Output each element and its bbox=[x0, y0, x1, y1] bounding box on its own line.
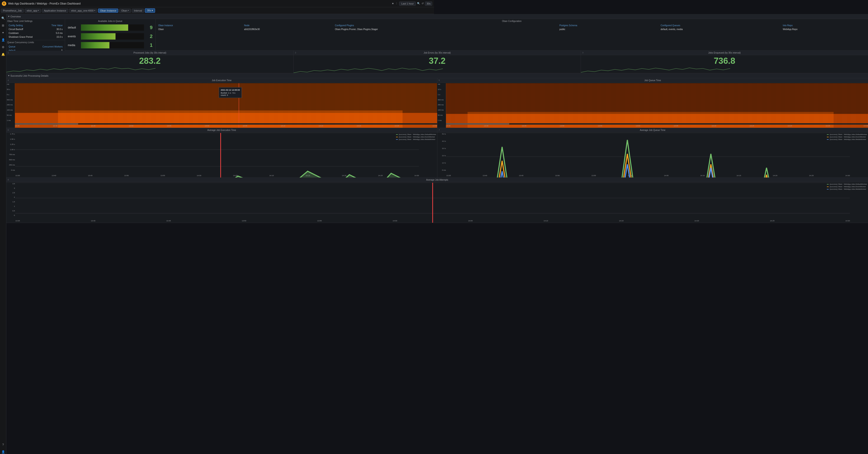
avg-exec-title: Average Job Execution Time bbox=[6, 128, 434, 132]
section-job-processing-label: Successful Job Processing Details bbox=[10, 74, 49, 77]
filter-prometheus-job[interactable]: Prometheus_Job bbox=[1, 8, 24, 13]
sidebar: 🔍 ⊞ ✦ 👤 ⚙ 🔔 ? 👤 bbox=[0, 14, 6, 227]
filter-elixir-app-instance[interactable]: elixir_app_one:4000 ▾ bbox=[69, 8, 97, 13]
job-queue-row-media: media 1 bbox=[66, 41, 154, 49]
sidebar-search-icon[interactable]: 🔍 bbox=[1, 16, 5, 20]
sidebar-user-icon[interactable]: 👤 bbox=[1, 37, 5, 42]
section-overview-label: Overview bbox=[10, 15, 21, 18]
y-label-1: 50 s bbox=[7, 88, 13, 90]
share-icon[interactable]: ⋮ bbox=[395, 2, 398, 5]
section-overview: ▾ Overview bbox=[6, 14, 434, 19]
time-limit-table: Config Setting Time Value Circuit Backof… bbox=[7, 23, 64, 39]
filter-toolbar: Prometheus_Job elixir_app ▾ Application … bbox=[0, 7, 434, 14]
col-config-setting: Config Setting bbox=[8, 24, 44, 27]
y-label-4: 250 ms bbox=[7, 104, 13, 106]
main-content: ▾ Overview Oban Time Limit Settings Conf… bbox=[6, 14, 434, 227]
processed-jobs-title: Processed Jobs (by 30s interval) bbox=[6, 51, 293, 55]
filter-elixir-app[interactable]: elixir_app ▾ bbox=[25, 8, 41, 13]
sidebar-home-icon[interactable]: ⊞ bbox=[1, 23, 5, 28]
oban-config-table: Oban InstanceNodeConfigured PluginsPostg… bbox=[156, 23, 434, 31]
legend-event: {success} Oban : WebApp.Jobs.EventWorker bbox=[396, 136, 434, 138]
col-queue: Queue bbox=[8, 45, 23, 49]
panel-num-2: 2 bbox=[295, 52, 296, 54]
refresh-rate[interactable]: 30s bbox=[425, 2, 432, 6]
x-13-55: 13:55 bbox=[167, 125, 171, 127]
x-14-10: 14:10 bbox=[281, 125, 285, 127]
errors-sparkline bbox=[293, 66, 434, 73]
x-13-45: 13:45 bbox=[91, 125, 95, 127]
avg-attempts-chart bbox=[16, 183, 434, 223]
y-label-0: ∞d bbox=[7, 83, 13, 85]
y-label-3: 500 ms bbox=[7, 99, 13, 101]
col-time-value: Time Value bbox=[45, 24, 64, 27]
x-14-25: 14:25 bbox=[395, 125, 399, 127]
job-queue-row-events: events 2 bbox=[66, 33, 154, 40]
avg-exec-chart bbox=[16, 133, 419, 178]
filter-oban[interactable]: Oban ▾ bbox=[119, 8, 131, 13]
col-concurrent-workers: Concurrent Workers bbox=[24, 45, 64, 49]
job-errors-value: 37.2 bbox=[429, 57, 434, 65]
time-limit-title: Oban Time Limit Settings bbox=[7, 20, 64, 23]
queue-concurrency-title: Queue Concurrency Limits bbox=[7, 41, 64, 44]
x-14-05: 14:05 bbox=[243, 125, 247, 127]
filter-oban-instance[interactable]: Oban Instance bbox=[98, 8, 119, 13]
collapse-icon[interactable]: ▾ bbox=[8, 15, 9, 18]
panel-num-4: 4 bbox=[8, 79, 9, 81]
grafana-logo: G bbox=[2, 1, 6, 6]
legend-media: {success} Oban : WebApp.Jobs.MediaWorker bbox=[396, 139, 434, 141]
x-14-20: 14:20 bbox=[356, 125, 361, 127]
filter-30s[interactable]: 30s ▾ bbox=[145, 8, 155, 13]
avg-attempts-title: Average Job Attempts bbox=[6, 178, 434, 182]
x-14-15: 14:15 bbox=[319, 125, 323, 127]
x-13-35: 13:35 bbox=[15, 125, 20, 127]
sidebar-compass-icon[interactable]: ✦ bbox=[1, 30, 5, 35]
time-picker[interactable]: Last 1 hour bbox=[399, 2, 416, 6]
sidebar-alert-icon[interactable]: 🔔 bbox=[1, 52, 5, 57]
legend-default: {success} Oban : WebApp.Jobs.DefaultWork… bbox=[396, 133, 434, 135]
page-title: Web App Dashboards / WebApp - PromEx Oba… bbox=[8, 2, 390, 5]
processed-jobs-value: 283.2 bbox=[139, 57, 160, 65]
collapse-icon-2[interactable]: ▾ bbox=[8, 74, 9, 77]
zoom-in-icon[interactable]: 🔍 bbox=[417, 2, 420, 5]
processed-sparkline bbox=[6, 66, 293, 73]
sidebar-settings-icon[interactable]: ⚙ bbox=[1, 45, 5, 49]
filter-interval[interactable]: Interval bbox=[132, 8, 144, 13]
x-14-30: 14:30 bbox=[432, 125, 434, 127]
star-icon[interactable]: ★ bbox=[392, 2, 394, 5]
x-13-50: 13:50 bbox=[129, 125, 133, 127]
filter-application-instance[interactable]: Application Instance bbox=[42, 8, 68, 13]
job-exec-title: Job Execution Time bbox=[6, 78, 434, 83]
y-label-2: 5 s bbox=[7, 94, 13, 96]
refresh-icon[interactable]: ↺ bbox=[422, 2, 424, 5]
x-13-40: 13:40 bbox=[53, 125, 57, 127]
job-queue-row-default: default 9 bbox=[66, 24, 154, 31]
available-jobs-title: Available Jobs in Queue bbox=[66, 20, 154, 23]
job-errors-title: Job Errors (by 30s interval) bbox=[293, 51, 434, 55]
panel-num-1: 1 bbox=[8, 52, 9, 54]
section-job-processing: ▾ Successful Job Processing Details bbox=[6, 73, 434, 78]
job-exec-heatmap bbox=[15, 83, 434, 128]
y-label-5: 100 ms bbox=[7, 109, 13, 111]
x-14-00: 14:00 bbox=[205, 125, 209, 127]
y-label-6: 50 ms bbox=[7, 114, 13, 116]
oban-config-title: Oban Configuration bbox=[156, 20, 434, 23]
topbar-actions: ★ ⋮ Last 1 hour 🔍 ↺ 30s bbox=[392, 2, 432, 6]
y-label-7: 1 ms bbox=[7, 119, 13, 121]
topbar: G Web App Dashboards / WebApp - PromEx O… bbox=[0, 0, 434, 7]
